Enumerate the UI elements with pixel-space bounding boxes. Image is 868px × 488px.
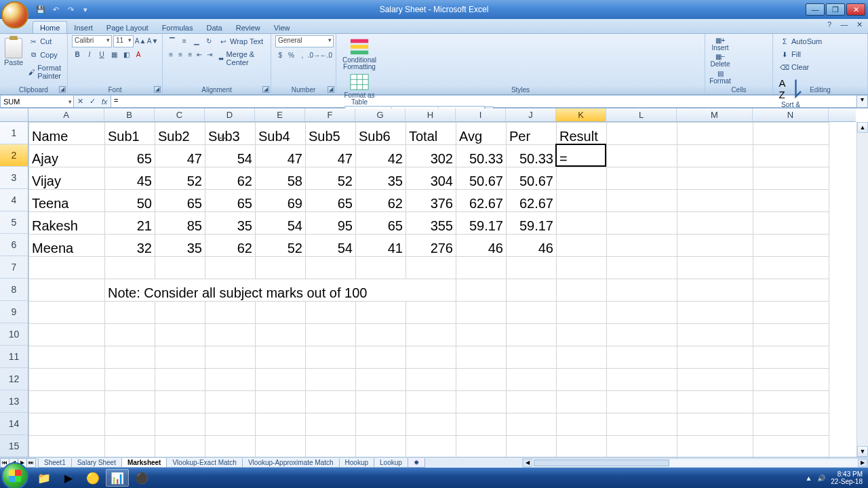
cell-D10[interactable]: [205, 324, 256, 346]
cell-H11[interactable]: [406, 346, 456, 369]
cell-N14[interactable]: [753, 413, 829, 436]
undo-icon[interactable]: ↶: [50, 4, 61, 15]
cell-K7[interactable]: [557, 257, 607, 279]
cell-G6[interactable]: 41: [356, 235, 406, 257]
explorer-icon[interactable]: 📁: [33, 469, 56, 487]
cell-I9[interactable]: [456, 302, 507, 324]
col-header-E[interactable]: E: [255, 108, 305, 121]
cell-E4[interactable]: 69: [256, 190, 306, 212]
col-header-B[interactable]: B: [104, 108, 155, 121]
tab-home[interactable]: Home: [33, 21, 67, 33]
cell-K15[interactable]: [557, 436, 607, 458]
cell-L5[interactable]: [607, 212, 677, 235]
cell-N5[interactable]: [753, 212, 829, 235]
cell-L15[interactable]: [607, 436, 677, 458]
media-player-icon[interactable]: ▶: [57, 469, 80, 487]
cell-F3[interactable]: 52: [306, 167, 356, 190]
col-header-I[interactable]: I: [456, 108, 506, 121]
cell-D12[interactable]: [205, 369, 256, 391]
scroll-left-icon[interactable]: ◀: [523, 459, 532, 467]
cell-H5[interactable]: 355: [406, 212, 456, 235]
cell-I7[interactable]: [456, 257, 507, 279]
cell-N12[interactable]: [753, 369, 829, 391]
underline-button[interactable]: U: [96, 49, 107, 60]
tab-review[interactable]: Review: [229, 22, 267, 33]
cell-N2[interactable]: [753, 145, 829, 167]
select-all-corner[interactable]: [0, 108, 28, 122]
obs-icon[interactable]: ⚫: [130, 469, 153, 487]
cell-H14[interactable]: [406, 413, 456, 436]
cell-B12[interactable]: [105, 369, 155, 391]
redo-icon[interactable]: ↷: [65, 4, 76, 15]
cell-L1[interactable]: [607, 123, 677, 145]
cell-K14[interactable]: [557, 413, 607, 436]
scroll-down-icon[interactable]: ▼: [857, 446, 868, 457]
cell-F15[interactable]: [306, 436, 356, 458]
cell-G13[interactable]: [356, 391, 406, 413]
cell-H15[interactable]: [406, 436, 456, 458]
office-button[interactable]: [1, 1, 28, 28]
cell-I3[interactable]: 50.67: [456, 167, 507, 190]
cell-A14[interactable]: [29, 413, 105, 436]
font-color-button[interactable]: A: [133, 49, 144, 60]
increase-decimal-icon[interactable]: .0→: [309, 49, 319, 60]
cell-C5[interactable]: 85: [155, 212, 205, 235]
tab-view[interactable]: View: [267, 22, 297, 33]
row-header-10[interactable]: 10: [0, 323, 28, 346]
tab-page-layout[interactable]: Page Layout: [100, 22, 155, 33]
cell-M9[interactable]: [677, 302, 753, 324]
cell-E9[interactable]: [256, 302, 306, 324]
cell-N6[interactable]: [753, 235, 829, 257]
row-header-15[interactable]: 15: [0, 435, 28, 457]
minimize-ribbon-icon[interactable]: —: [840, 20, 849, 30]
cell-J14[interactable]: [507, 413, 557, 436]
cell-K12[interactable]: [557, 369, 607, 391]
cell-A3[interactable]: Vijay: [29, 167, 105, 190]
cell-E7[interactable]: [256, 257, 306, 279]
italic-button[interactable]: I: [84, 49, 95, 60]
cell-H13[interactable]: [406, 391, 456, 413]
cell-H9[interactable]: [406, 302, 456, 324]
cell-J3[interactable]: 50.67: [507, 167, 557, 190]
cell-I14[interactable]: [456, 413, 507, 436]
cell-M3[interactable]: [677, 167, 753, 190]
cell-J7[interactable]: [507, 257, 557, 279]
col-header-H[interactable]: H: [406, 108, 456, 121]
cell-K11[interactable]: [557, 346, 607, 369]
copy-button[interactable]: ⧉Copy: [26, 49, 66, 61]
tab-formulas[interactable]: Formulas: [155, 22, 200, 33]
cell-G11[interactable]: [356, 346, 406, 369]
cell-B7[interactable]: [105, 257, 155, 279]
cell-N13[interactable]: [753, 391, 829, 413]
cell-G15[interactable]: [356, 436, 406, 458]
cell-E14[interactable]: [256, 413, 306, 436]
cell-K1[interactable]: Result: [557, 123, 607, 145]
cell-E10[interactable]: [256, 324, 306, 346]
cell-F2[interactable]: 47: [306, 145, 356, 167]
bold-button[interactable]: B: [72, 49, 83, 60]
row-header-12[interactable]: 12: [0, 368, 28, 390]
row-header-2[interactable]: 2: [0, 144, 28, 167]
cell-C13[interactable]: [155, 391, 205, 413]
percent-icon[interactable]: %: [286, 49, 296, 60]
cell-G5[interactable]: 65: [356, 212, 406, 235]
cell-H12[interactable]: [406, 369, 456, 391]
cell-E13[interactable]: [256, 391, 306, 413]
cell-D3[interactable]: 62: [205, 167, 256, 190]
cell-G14[interactable]: [356, 413, 406, 436]
cell-I12[interactable]: [456, 369, 507, 391]
fill-button[interactable]: ⬇Fill: [777, 48, 859, 60]
cell-H6[interactable]: 276: [406, 235, 456, 257]
merge-center-button[interactable]: ⬌Merge & Center: [215, 49, 267, 68]
increase-indent-icon[interactable]: ⇥: [205, 49, 214, 60]
cell-A15[interactable]: [29, 436, 105, 458]
cell-M6[interactable]: [677, 235, 753, 257]
cell-I10[interactable]: [456, 324, 507, 346]
cell-F4[interactable]: 65: [306, 190, 356, 212]
cell-C10[interactable]: [155, 324, 205, 346]
cell-B9[interactable]: [105, 302, 155, 324]
align-center-icon[interactable]: ≡: [176, 49, 184, 60]
cell-E1[interactable]: Sub4: [256, 123, 306, 145]
cell-J2[interactable]: 50.33: [507, 145, 557, 167]
cell-A11[interactable]: [29, 346, 105, 369]
